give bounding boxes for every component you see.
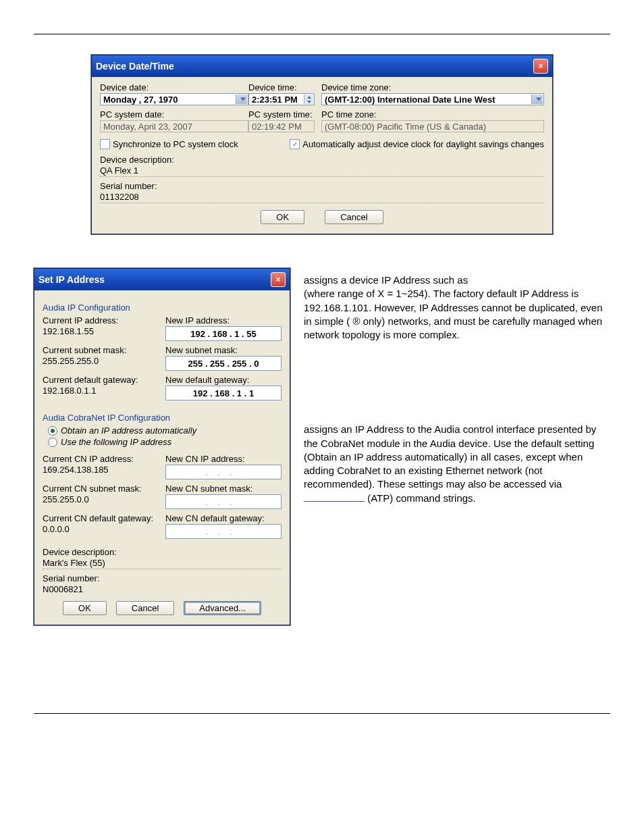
device-desc-label: Device description: [100, 155, 544, 165]
close-icon[interactable]: × [533, 59, 548, 74]
cur-sub-label: Current subnet mask: [43, 345, 159, 355]
device-time-spinner[interactable]: 2:23:51 PM [248, 93, 315, 105]
device-time-label: Device time: [248, 82, 315, 93]
ip-desc-value: Mark's Flex (55) [43, 558, 281, 569]
new-ip-input[interactable]: 192 . 168 . 1 . 55 [165, 326, 281, 341]
cn-new-ip-label: New CN IP address: [165, 454, 281, 464]
advanced-button[interactable]: Advanced... [184, 601, 261, 615]
pc-tz-label: PC time zone: [321, 109, 544, 120]
cn-new-ip-input[interactable]: . . . [165, 465, 281, 479]
pc-tz-value: (GMT-08:00) Pacific Time (US & Canada) [321, 120, 544, 132]
cn-cur-sub-label: Current CN subnet mask: [43, 484, 159, 494]
para2a: assigns an IP Address to the Audia contr… [304, 423, 596, 490]
cur-gw-label: Current default gateway: [43, 375, 159, 385]
new-sub-label: New subnet mask: [165, 345, 281, 355]
device-desc-value: QA Flex 1 [100, 165, 544, 177]
radio-auto-label: Obtain an IP address automatically [61, 425, 196, 436]
cn-new-sub-label: New CN subnet mask: [165, 484, 281, 494]
new-gw-input[interactable]: 192 . 168 . 1 . 1 [165, 386, 281, 400]
cancel-button[interactable]: Cancel [325, 210, 383, 224]
titlebar: Device Date/Time × [92, 55, 552, 77]
titlebar: Set IP Address × [34, 269, 290, 290]
device-tz-value: (GMT-12:00) International Date Line West [325, 95, 495, 105]
radio-auto-ip[interactable]: Obtain an IP address automatically [48, 425, 281, 436]
new-ip-label: New IP address: [165, 315, 281, 325]
device-time-value: 2:23:51 PM [252, 95, 298, 105]
top-rule [34, 34, 610, 34]
device-datetime-dialog: Device Date/Time × Device date: Monday ,… [91, 55, 553, 234]
sync-checkbox[interactable]: Synchronize to PC system clock [100, 139, 238, 149]
ip-desc-label: Device description: [43, 547, 281, 557]
device-tz-label: Device time zone: [321, 82, 544, 93]
sync-label: Synchronize to PC system clock [113, 139, 238, 149]
cn-cur-sub-value: 255.255.0.0 [43, 494, 159, 504]
cur-sub-value: 255.255.255.0 [43, 356, 159, 366]
cobranet-ip-group-title: Audia CobraNet IP Configuration [43, 413, 281, 423]
para1a: assigns a device IP Address such as [304, 274, 468, 286]
dialog-title: Device Date/Time [96, 61, 174, 72]
explanatory-text: assigns a device IP Address such as (whe… [304, 268, 610, 515]
cancel-button[interactable]: Cancel [116, 601, 174, 615]
device-tz-select[interactable]: (GMT-12:00) International Date Line West [321, 93, 544, 105]
pc-date-label: PC system date: [100, 109, 248, 120]
cn-cur-ip-value: 169.254.138.185 [43, 465, 159, 475]
serial-label: Serial number: [100, 181, 544, 191]
new-gw-label: New default gateway: [165, 375, 281, 385]
cur-ip-label: Current IP address: [43, 315, 159, 325]
pc-time-label: PC system time: [248, 109, 315, 120]
ip-serial-value: N0006821 [43, 584, 281, 594]
cn-cur-gw-value: 0.0.0.0 [43, 524, 159, 534]
checkbox-icon [100, 139, 110, 149]
device-date-label: Device date: [100, 82, 248, 93]
new-sub-input[interactable]: 255 . 255 . 255 . 0 [165, 356, 281, 371]
dialog-title: Set IP Address [38, 274, 105, 285]
audia-ip-group-title: Audia IP Configuration [43, 303, 281, 313]
cn-new-gw-label: New CN default gateway: [165, 513, 281, 523]
radio-unselected-icon [48, 438, 57, 447]
cn-cur-gw-label: Current CN default gateway: [43, 513, 159, 523]
radio-manual-ip[interactable]: Use the following IP address [48, 437, 281, 447]
ok-button[interactable]: OK [63, 601, 107, 615]
cn-new-gw-input[interactable]: . . . [165, 524, 281, 539]
radio-selected-icon [48, 426, 57, 436]
set-ip-dialog: Set IP Address × Audia IP Configuration … [34, 268, 290, 625]
device-date-picker[interactable]: Monday , 27, 1970 [100, 93, 248, 105]
serial-value: 01132208 [100, 192, 544, 203]
para2b: (ATP) command strings. [367, 492, 476, 504]
atp-link-placeholder [304, 492, 365, 502]
checkbox-icon: ✓ [290, 139, 300, 149]
ok-button[interactable]: OK [261, 210, 304, 224]
device-date-value: Monday , 27, 1970 [103, 95, 178, 105]
close-icon[interactable]: × [271, 272, 286, 287]
cn-cur-ip-label: Current CN IP address: [43, 454, 159, 464]
ip-serial-label: Serial number: [43, 573, 281, 583]
cn-new-sub-input[interactable]: . . . [165, 494, 281, 509]
auto-dst-checkbox[interactable]: ✓ Automatically adjust device clock for … [290, 139, 544, 149]
auto-dst-label: Automatically adjust device clock for da… [302, 139, 544, 149]
cur-gw-value: 192.168.0.1.1 [43, 386, 159, 396]
pc-date-value: Monday, April 23, 2007 [100, 120, 248, 132]
pc-time-value: 02:19:42 PM [248, 120, 315, 132]
cur-ip-value: 192.168.1.55 [43, 326, 159, 336]
radio-manual-label: Use the following IP address [61, 437, 171, 447]
bottom-rule [34, 713, 610, 714]
